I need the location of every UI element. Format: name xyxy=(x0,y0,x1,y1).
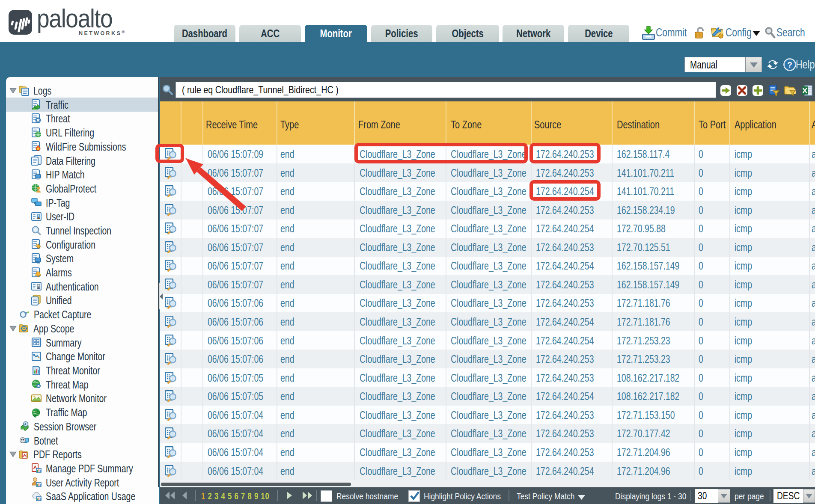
svg-text:?: ? xyxy=(787,60,792,69)
